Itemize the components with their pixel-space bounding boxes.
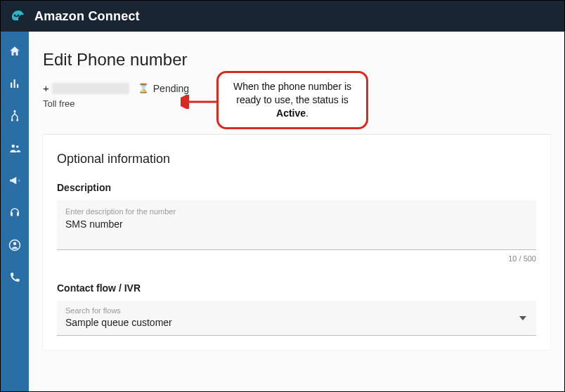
hourglass-icon: ⌛ <box>138 83 149 93</box>
amazon-connect-logo-icon <box>8 6 27 26</box>
optional-info-heading: Optional information <box>57 152 536 166</box>
users-icon[interactable] <box>8 141 22 155</box>
home-icon[interactable] <box>8 44 22 58</box>
annotation-bold: Active <box>276 107 306 119</box>
description-input[interactable]: Enter description for the number SMS num… <box>57 200 536 250</box>
annotation-line1: When the phone number is <box>233 81 351 92</box>
svg-point-6 <box>16 145 19 148</box>
status-label: Pending <box>153 83 189 94</box>
annotation-line2: ready to use, the status is <box>236 94 349 105</box>
phone-icon[interactable] <box>8 270 22 285</box>
phone-number-redacted <box>52 83 129 94</box>
annotation-arrow-icon <box>181 95 220 109</box>
top-header: Amazon Connect <box>1 1 564 32</box>
contact-flow-value: Sample queue customer <box>65 317 528 328</box>
phone-prefix: + <box>43 82 49 94</box>
metrics-icon[interactable] <box>8 77 22 91</box>
profile-icon[interactable] <box>8 238 22 252</box>
contact-flow-placeholder: Search for flows <box>65 306 528 315</box>
svg-point-5 <box>12 145 15 148</box>
description-label: Description <box>57 182 536 193</box>
contact-flow-select[interactable]: Search for flows Sample queue customer <box>57 301 536 336</box>
svg-point-8 <box>13 242 17 246</box>
announcements-icon[interactable] <box>8 174 22 188</box>
routing-icon[interactable] <box>8 109 22 123</box>
headset-icon[interactable] <box>8 206 22 220</box>
svg-point-2 <box>14 110 16 112</box>
chevron-down-icon <box>519 316 526 320</box>
annotation-period: . <box>306 107 309 119</box>
svg-point-4 <box>16 119 18 122</box>
annotation-callout: When the phone number is ready to use, t… <box>216 71 368 129</box>
contact-flow-label: Contact flow / IVR <box>57 282 536 294</box>
description-placeholder: Enter description for the number <box>65 207 528 216</box>
page-title: Edit Phone number <box>43 50 550 70</box>
svg-point-3 <box>11 119 13 122</box>
phone-number: + <box>43 82 129 94</box>
left-sidebar <box>1 32 29 391</box>
status-badge: ⌛ Pending <box>138 83 189 94</box>
optional-info-card: Optional information Description Enter d… <box>43 134 550 350</box>
brand-title: Amazon Connect <box>34 9 140 24</box>
description-counter: 10 / 500 <box>57 254 536 263</box>
description-value: SMS number <box>65 218 528 230</box>
